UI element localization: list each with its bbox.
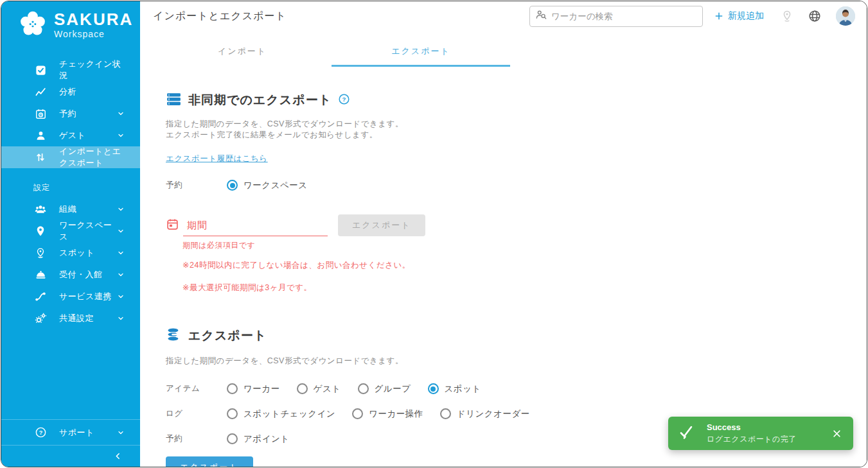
sidebar-item-label: サービス連携	[59, 291, 117, 302]
sidebar: SAKURA Workspace チェックイン状況 分析	[1, 1, 140, 467]
sidebar-item-organization[interactable]: 組織	[1, 198, 140, 220]
close-icon	[832, 429, 842, 438]
main-area: インポートとエクスポート 新規追加 インポート エ	[140, 1, 867, 467]
radio-icon	[297, 383, 308, 394]
import-export-arrows-icon	[33, 152, 48, 163]
worker-search-input[interactable]	[551, 12, 697, 21]
brand-name: SAKURA	[54, 11, 133, 28]
topbar: インポートとエクスポート 新規追加	[140, 1, 867, 31]
radio-appointment[interactable]: アポイント	[227, 433, 290, 445]
sidebar-item-guest[interactable]: ゲスト	[1, 125, 140, 146]
toast-close-button[interactable]	[829, 426, 844, 441]
radio-icon	[352, 408, 363, 419]
radio-icon	[227, 383, 238, 394]
reception-bell-icon	[33, 269, 48, 281]
export-history-link[interactable]: エクスポート履歴はこちら	[166, 153, 268, 164]
chevron-down-icon	[117, 271, 125, 279]
radio-worker[interactable]: ワーカー	[227, 383, 280, 395]
globe-icon	[808, 9, 822, 23]
export-title: エクスポート	[188, 327, 267, 344]
check-icon	[678, 424, 698, 442]
export-description: 指定した期間のデータを、CSV形式でダウンロードできます。	[166, 356, 867, 367]
page-title: インポートとエクスポート	[153, 10, 529, 23]
sidebar-item-label: ゲスト	[59, 130, 117, 141]
add-new-button[interactable]: 新規追加	[714, 10, 764, 22]
tab-import[interactable]: インポート	[153, 46, 332, 67]
integration-flow-icon	[33, 290, 48, 303]
app-window: SAKURA Workspace チェックイン状況 分析	[1, 1, 867, 467]
location-pin-button[interactable]	[781, 10, 793, 22]
brand-subtitle: Workspace	[54, 29, 133, 39]
help-icon[interactable]: ?	[338, 93, 350, 108]
chevron-down-icon	[117, 249, 125, 257]
radio-guest[interactable]: ゲスト	[297, 383, 341, 395]
sidebar-item-service-integration[interactable]: サービス連携	[1, 286, 140, 308]
radio-spot[interactable]: スポット	[428, 383, 481, 395]
period-block: 期間 エクスポート 期間は必須項目です ※24時間以内に完了しない場合は、お問い…	[166, 214, 867, 293]
export-header: エクスポート	[166, 327, 867, 345]
period-date-input[interactable]: 期間	[183, 220, 328, 236]
sidebar-collapse-button[interactable]	[1, 445, 140, 467]
chevron-down-icon	[117, 205, 125, 213]
async-export-description: 指定した期間のデータを、CSV形式でダウンロードできます。 エクスポート完了後に…	[166, 119, 867, 141]
note-24h: ※24時間以内に完了しない場合は、お問い合わせください。	[182, 260, 867, 271]
radio-icon	[358, 383, 369, 394]
chevron-down-icon	[117, 429, 125, 437]
sidebar-item-label: スポット	[59, 247, 117, 259]
help-circle-icon: ?	[33, 426, 48, 438]
people-group-icon	[33, 203, 48, 216]
sidebar-item-workspace[interactable]: ワークスペース	[1, 220, 140, 242]
sidebar-item-checkin-status[interactable]: チェックイン状況	[1, 59, 140, 81]
worker-search-box[interactable]	[529, 6, 703, 27]
sidebar-item-label: チェックイン状況	[59, 58, 128, 82]
radio-group[interactable]: グループ	[358, 383, 411, 395]
location-pin-icon	[781, 10, 793, 22]
calendar-red-icon	[166, 218, 179, 236]
radio-worker-operation[interactable]: ワーカー操作	[352, 408, 423, 420]
radio-drink-order[interactable]: ドリンクオーダー	[440, 408, 530, 420]
reservation-label: 予約	[166, 180, 227, 191]
add-new-label: 新規追加	[728, 10, 764, 22]
sidebar-item-support[interactable]: ? サポート	[1, 419, 140, 445]
toast-title: Success	[707, 422, 829, 432]
globe-button[interactable]	[808, 9, 822, 23]
calendar-icon	[33, 108, 48, 120]
radio-workspace[interactable]: ワークスペース	[227, 180, 308, 191]
reservation2-group-label: 予約	[166, 433, 227, 444]
map-pin-icon	[33, 225, 48, 237]
log-group-label: ログ	[166, 408, 227, 419]
server-stack-icon	[166, 91, 182, 110]
export-button[interactable]: エクスポート	[166, 456, 253, 467]
chevron-left-icon	[114, 452, 122, 460]
radio-selected-icon	[428, 383, 439, 394]
radio-spot-checkin[interactable]: スポットチェックイン	[227, 408, 335, 420]
chart-icon	[33, 86, 48, 98]
sakura-flower-icon	[18, 9, 48, 41]
radio-icon	[227, 433, 238, 444]
sidebar-item-common-settings[interactable]: 共通設定	[1, 308, 140, 329]
tab-bar: インポート エクスポート	[153, 46, 867, 67]
chevron-down-icon	[117, 110, 125, 117]
sidebar-settings-nav: 組織 ワークスペース スポット 受付・入	[1, 198, 140, 329]
brand-logo[interactable]: SAKURA Workspace	[1, 1, 140, 49]
radio-icon	[440, 408, 451, 419]
checkbox-icon	[33, 64, 48, 76]
person-search-icon	[535, 9, 547, 24]
chevron-down-icon	[117, 315, 125, 322]
chevron-down-icon	[117, 227, 125, 235]
sidebar-item-spot[interactable]: スポット	[1, 242, 140, 264]
radio-icon	[227, 408, 238, 419]
sidebar-item-reception[interactable]: 受付・入館	[1, 264, 140, 286]
user-avatar[interactable]	[836, 6, 855, 26]
sidebar-item-import-export[interactable]: インポートとエクスポート	[1, 146, 140, 168]
tab-export[interactable]: エクスポート	[332, 46, 510, 67]
async-export-button[interactable]: エクスポート	[338, 214, 425, 236]
avatar-photo	[836, 6, 855, 26]
sidebar-item-reservation[interactable]: 予約	[1, 103, 140, 125]
sidebar-item-label: ワークスペース	[59, 220, 117, 243]
sidebar-item-label: 分析	[59, 86, 128, 98]
sidebar-item-label: 予約	[59, 108, 117, 119]
chevron-down-icon	[117, 132, 125, 139]
sidebar-item-analytics[interactable]: 分析	[1, 81, 140, 103]
async-export-header: 非同期でのエクスポート ?	[166, 91, 867, 110]
